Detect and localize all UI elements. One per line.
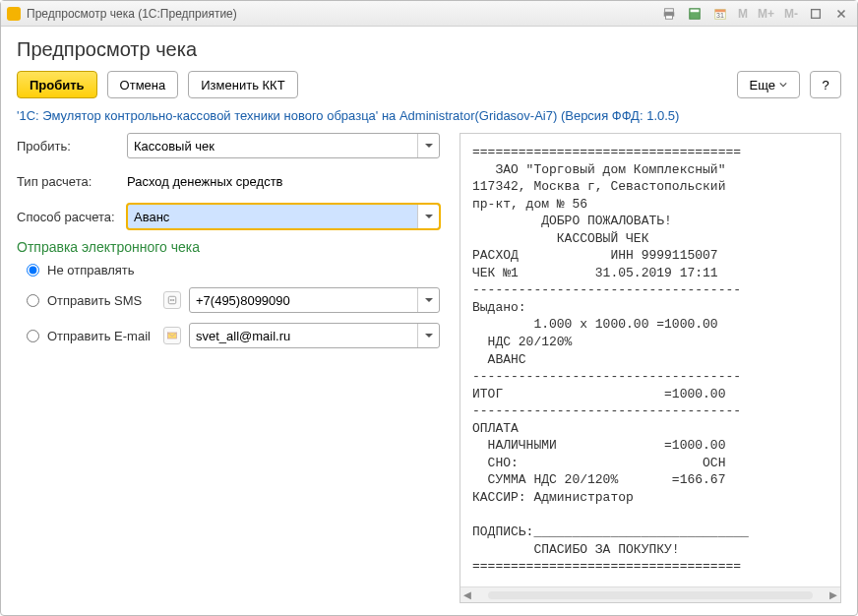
app-window: Предпросмотр чека (1С:Предприятие) 31 M … — [0, 0, 858, 616]
scroll-left-arrow[interactable]: ◄ — [460, 587, 474, 602]
toolbar: Пробить Отмена Изменить ККТ Еще ? — [17, 71, 841, 98]
echeck-none-radio[interactable] — [27, 264, 39, 277]
calc-method-input[interactable] — [128, 205, 417, 228]
chevron-down-icon — [779, 81, 787, 89]
scroll-right-arrow[interactable]: ► — [827, 587, 840, 602]
email-icon — [163, 327, 181, 344]
maximize-icon[interactable] — [806, 4, 826, 24]
sms-dropdown-arrow[interactable] — [417, 288, 439, 312]
scroll-track[interactable] — [488, 591, 813, 599]
window-title: Предпросмотр чека (1С:Предприятие) — [27, 7, 237, 21]
receipt-panel: =================================== ЗАО … — [460, 133, 841, 603]
calc-method-combo[interactable] — [127, 204, 440, 229]
calc-type-value — [127, 168, 440, 194]
punch-row: Пробить: — [17, 133, 440, 158]
memory-mplus-icon: M+ — [756, 7, 776, 21]
calc-method-row: Способ расчета: — [17, 204, 440, 229]
kkt-info-line: '1С: Эмулятор контрольно-кассовой техник… — [17, 108, 841, 123]
calc-method-dropdown-arrow[interactable] — [417, 205, 439, 228]
echeck-sms-radio[interactable] — [27, 294, 39, 307]
horizontal-scrollbar[interactable]: ◄ ► — [460, 586, 840, 602]
sms-icon — [163, 291, 181, 309]
titlebar: Предпросмотр чека (1С:Предприятие) 31 M … — [1, 1, 857, 27]
email-input[interactable] — [190, 324, 417, 347]
calendar-icon[interactable]: 31 — [710, 4, 730, 24]
cancel-button[interactable]: Отмена — [107, 71, 179, 98]
echeck-email-row: Отправить E-mail — [17, 323, 440, 348]
echeck-none-row: Не отправлять — [17, 263, 440, 277]
echeck-section-title: Отправка электронного чека — [17, 239, 440, 255]
punch-label: Пробить: — [17, 139, 127, 154]
echeck-sms-label: Отправить SMS — [47, 293, 155, 308]
echeck-email-label: Отправить E-mail — [47, 329, 155, 343]
content-area: Предпросмотр чека Пробить Отмена Изменит… — [1, 27, 857, 615]
calc-icon[interactable] — [685, 4, 705, 24]
calc-type-row: Тип расчета: — [17, 168, 440, 194]
email-dropdown-arrow[interactable] — [417, 324, 439, 347]
sms-combo[interactable] — [189, 287, 440, 313]
sms-input[interactable] — [190, 288, 417, 312]
help-button[interactable]: ? — [810, 71, 841, 98]
print-icon[interactable] — [659, 4, 679, 24]
svg-point-12 — [170, 299, 172, 301]
echeck-sms-row: Отправить SMS — [17, 287, 440, 313]
echeck-email-radio[interactable] — [27, 330, 39, 342]
svg-rect-4 — [691, 9, 700, 12]
svg-point-14 — [173, 299, 175, 301]
receipt-preview[interactable]: =================================== ЗАО … — [460, 134, 840, 586]
calc-method-label: Способ расчета: — [17, 210, 127, 224]
more-button-label: Еще — [750, 78, 775, 92]
more-button[interactable]: Еще — [737, 71, 800, 98]
memory-m-icon: M — [736, 7, 750, 21]
page-title: Предпросмотр чека — [17, 38, 841, 61]
punch-dropdown-arrow[interactable] — [417, 134, 439, 157]
email-combo[interactable] — [189, 323, 440, 348]
svg-text:31: 31 — [716, 12, 724, 19]
memory-mminus-icon: M- — [782, 7, 800, 21]
calc-type-field — [127, 168, 440, 194]
svg-rect-0 — [665, 8, 674, 12]
close-icon[interactable] — [831, 4, 851, 24]
submit-button[interactable]: Пробить — [17, 71, 97, 98]
change-kkt-button[interactable]: Изменить ККТ — [188, 71, 297, 98]
form-panel: Пробить: Тип расчета: Способ расчета: — [17, 133, 440, 603]
punch-input[interactable] — [128, 134, 417, 157]
columns: Пробить: Тип расчета: Способ расчета: — [17, 133, 841, 603]
echeck-none-label: Не отправлять — [47, 263, 135, 277]
app-logo-icon — [7, 7, 21, 21]
calc-type-label: Тип расчета: — [17, 174, 127, 189]
svg-rect-8 — [812, 9, 821, 18]
svg-point-13 — [171, 299, 173, 301]
svg-rect-2 — [665, 15, 672, 19]
punch-combo[interactable] — [127, 133, 440, 158]
